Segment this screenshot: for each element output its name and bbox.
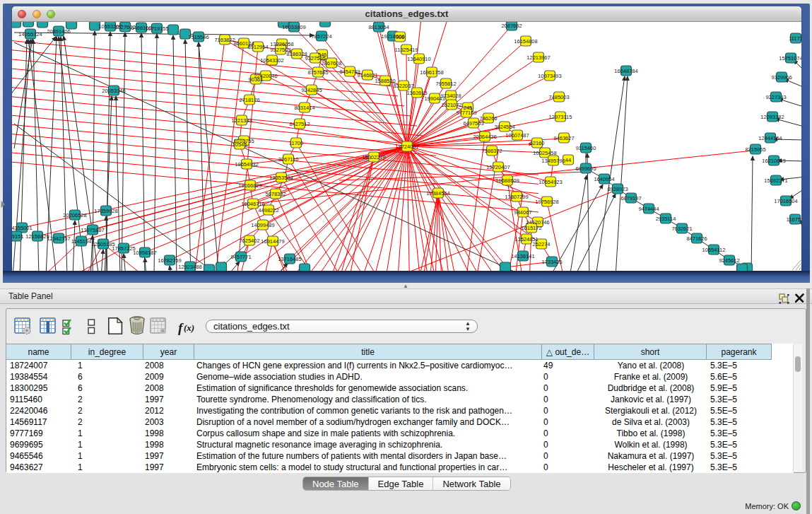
svg-text:14055724: 14055724 [18, 31, 42, 37]
svg-text:12353584: 12353584 [269, 175, 293, 181]
svg-text:8322037: 8322037 [393, 83, 413, 89]
svg-text:39151: 39151 [12, 233, 23, 240]
svg-text:8938923: 8938923 [607, 186, 628, 192]
svg-text:13716485: 13716485 [278, 256, 301, 262]
svg-text:18724007: 18724007 [395, 144, 418, 150]
svg-text:10654112: 10654112 [702, 247, 726, 253]
svg-text:9242845: 9242845 [301, 87, 322, 93]
svg-text:7485003: 7485003 [548, 94, 569, 100]
svg-text:8912954: 8912954 [247, 44, 268, 50]
svg-text:16914479: 16914479 [261, 238, 284, 245]
svg-text:9115460: 9115460 [576, 145, 596, 151]
svg-text:8757685: 8757685 [307, 69, 328, 76]
svg-text:8427512: 8427512 [289, 121, 310, 127]
svg-text:4355001: 4355001 [12, 225, 33, 231]
svg-text:13807299: 13807299 [505, 194, 528, 200]
svg-text:15692371: 15692371 [764, 177, 787, 184]
svg-text:906: 906 [396, 34, 405, 40]
svg-text:16782759: 16782759 [158, 257, 181, 264]
svg-text:19384554: 19384554 [426, 190, 449, 197]
svg-text:4498222: 4498222 [258, 207, 278, 214]
svg-text:7955812: 7955812 [435, 81, 456, 87]
svg-text:11173: 11173 [789, 35, 801, 42]
svg-text:17359928: 17359928 [94, 208, 117, 214]
svg-text:19654932: 19654932 [235, 161, 258, 168]
svg-text:12213967: 12213967 [526, 54, 550, 61]
svg-text:9474444: 9474444 [638, 206, 659, 212]
svg-text:2935114: 2935114 [656, 216, 676, 222]
svg-text:7515546: 7515546 [188, 34, 208, 40]
svg-text:1621072: 1621072 [441, 102, 461, 108]
svg-text:8186328: 8186328 [286, 51, 307, 57]
svg-text:116753: 116753 [787, 216, 801, 223]
svg-text:6899695: 6899695 [575, 165, 596, 172]
svg-text:10688609: 10688609 [495, 177, 519, 184]
svg-text:8031414: 8031414 [294, 105, 314, 111]
svg-text:11325419: 11325419 [395, 47, 418, 53]
svg-text:12973115: 12973115 [549, 114, 572, 120]
svg-text:1221333: 1221333 [231, 117, 252, 124]
svg-text:16648784: 16648784 [614, 68, 637, 74]
svg-text:8813054: 8813054 [368, 24, 389, 30]
svg-text:9329966: 9329966 [771, 74, 792, 81]
svg-text:2867608: 2867608 [321, 60, 341, 66]
svg-text:17857225: 17857225 [112, 245, 135, 252]
svg-text:12093382: 12093382 [760, 114, 784, 120]
svg-text:8471626: 8471626 [686, 235, 707, 242]
svg-text:14136141: 14136141 [511, 253, 534, 259]
svg-text:6879197: 6879197 [620, 195, 641, 201]
svg-text:8215955: 8215955 [745, 146, 765, 153]
svg-text:984067: 984067 [514, 209, 531, 216]
svg-text:15720407: 15720407 [486, 164, 510, 170]
svg-text:5878332: 5878332 [265, 191, 286, 197]
svg-text:16033809: 16033809 [282, 24, 305, 30]
svg-text:7632621: 7632621 [671, 226, 692, 232]
svg-text:16210643: 16210643 [762, 158, 785, 164]
svg-text:9245612: 9245612 [719, 257, 739, 264]
svg-text:15751074: 15751074 [779, 55, 801, 62]
svg-text:9777169: 9777169 [456, 110, 476, 116]
svg-text:13975887: 13975887 [81, 227, 104, 233]
svg-text:9227343: 9227343 [765, 94, 786, 100]
svg-text:10025458: 10025458 [533, 150, 556, 156]
svg-text:10973493: 10973493 [538, 73, 561, 79]
svg-text:7163822: 7163822 [214, 37, 235, 43]
svg-text:62160: 62160 [530, 140, 545, 146]
svg-text:3267110: 3267110 [278, 156, 299, 163]
svg-text:44: 44 [565, 157, 571, 163]
svg-text:12156829: 12156829 [25, 233, 49, 240]
svg-text:10654923: 10654923 [539, 179, 562, 185]
svg-text:15302279: 15302279 [362, 154, 385, 160]
svg-text:10543302: 10543302 [260, 57, 283, 64]
svg-text:1640954: 1640954 [594, 176, 614, 182]
svg-text:12342757: 12342757 [47, 235, 70, 242]
svg-text:19166829: 19166829 [238, 182, 261, 189]
svg-text:10545: 10545 [233, 141, 247, 148]
svg-text:2718176: 2718176 [239, 97, 259, 103]
svg-text:252274: 252274 [532, 241, 550, 247]
svg-text:6497503: 6497503 [463, 120, 483, 127]
svg-text:1588520: 1588520 [375, 78, 395, 84]
svg-text:12444154: 12444154 [758, 135, 782, 141]
svg-text:11700: 11700 [289, 140, 303, 146]
svg-text:1145194: 1145194 [71, 238, 92, 245]
svg-text:20364436: 20364436 [473, 134, 496, 140]
svg-text:10719155: 10719155 [145, 25, 168, 32]
svg-text:16046716: 16046716 [241, 201, 264, 207]
svg-text:20891406: 20891406 [47, 28, 70, 35]
svg-text:20053346: 20053346 [102, 88, 125, 94]
svg-text:1615172: 1615172 [521, 225, 541, 231]
svg-text:1733426: 1733426 [541, 259, 562, 265]
svg-text:17016504: 17016504 [774, 198, 797, 204]
svg-text:16154808: 16154808 [514, 38, 537, 45]
svg-text:2087682: 2087682 [501, 23, 522, 29]
svg-text:10607487: 10607487 [505, 132, 529, 139]
svg-text:f: f [178, 320, 184, 335]
svg-text:7857224: 7857224 [311, 33, 331, 40]
svg-text:7625402: 7625402 [239, 238, 259, 244]
svg-text:16961758: 16961758 [420, 69, 443, 76]
svg-text:10958187: 10958187 [133, 250, 156, 256]
svg-text:20206528: 20206528 [63, 212, 86, 218]
svg-text:7386372: 7386372 [481, 148, 502, 154]
svg-text:19756928: 19756928 [535, 199, 558, 205]
